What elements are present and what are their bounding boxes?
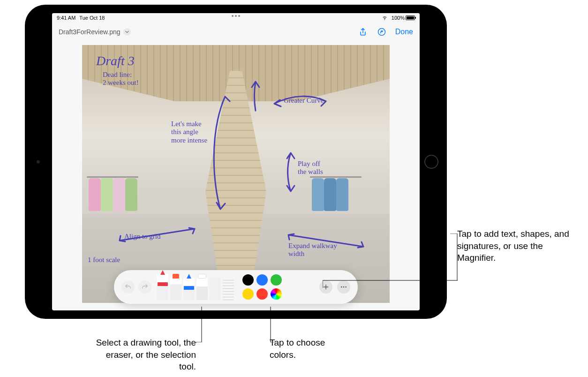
callout-tools: Select a drawing tool, the eraser, or th… bbox=[88, 337, 196, 373]
callout-add-leader-v bbox=[450, 234, 460, 280]
color-black[interactable] bbox=[242, 274, 254, 286]
share-icon[interactable] bbox=[358, 27, 368, 37]
battery-pct: 100% bbox=[392, 15, 405, 21]
callout-tools-leader bbox=[196, 307, 215, 342]
ruler-tool[interactable] bbox=[223, 278, 234, 300]
annotation-deadline: Dead line: 2 weeks out! bbox=[103, 71, 139, 87]
markup-icon[interactable] bbox=[377, 27, 387, 37]
chevron-down-icon bbox=[123, 28, 131, 36]
callout-add-leader bbox=[323, 279, 459, 289]
arrow-curve bbox=[270, 92, 331, 111]
lasso-tool[interactable] bbox=[210, 278, 221, 300]
callout-tools-line bbox=[196, 342, 196, 343]
camera-dot bbox=[37, 160, 40, 164]
filename-label: Draft3ForReview.png bbox=[59, 28, 121, 36]
callout-colors-leader bbox=[270, 307, 288, 342]
nav-bar: Draft3ForReview.png Done bbox=[52, 23, 420, 41]
color-green[interactable] bbox=[271, 274, 282, 286]
color-palette bbox=[242, 274, 282, 300]
done-button[interactable]: Done bbox=[395, 28, 413, 36]
color-red[interactable] bbox=[256, 288, 268, 300]
drawing-tools bbox=[155, 274, 236, 300]
status-bar: 9:41 AM Tue Oct 18 100% bbox=[52, 13, 420, 23]
pencil-tool[interactable] bbox=[183, 278, 195, 300]
markup-canvas[interactable]: Draft 3 Dead line: 2 weeks out! Let's ma… bbox=[82, 45, 390, 303]
redo-button[interactable] bbox=[138, 280, 151, 294]
color-picker[interactable] bbox=[271, 288, 282, 300]
arrow-walls bbox=[279, 148, 302, 195]
color-yellow[interactable] bbox=[242, 288, 254, 300]
annotation-title: Draft 3 bbox=[96, 53, 135, 68]
wifi-icon bbox=[382, 15, 388, 22]
eraser-tool[interactable] bbox=[196, 278, 208, 300]
home-button[interactable] bbox=[424, 155, 438, 169]
arrow-up bbox=[241, 78, 270, 115]
battery-indicator: 100% bbox=[392, 15, 415, 21]
multitask-dots[interactable] bbox=[232, 15, 240, 17]
ipad-frame: 9:41 AM Tue Oct 18 100% Draft3ForReview.… bbox=[25, 5, 447, 319]
arrow-angle bbox=[199, 92, 237, 214]
arrow-align bbox=[115, 224, 199, 248]
screen: 9:41 AM Tue Oct 18 100% Draft3ForReview.… bbox=[52, 13, 420, 310]
annotation-scale: 1 foot scale bbox=[88, 256, 120, 264]
color-blue[interactable] bbox=[256, 274, 268, 286]
pen-tool[interactable] bbox=[157, 274, 168, 300]
status-time: 9:41 AM bbox=[57, 15, 75, 21]
document-title[interactable]: Draft3ForReview.png bbox=[59, 28, 131, 36]
markup-toolbar bbox=[114, 270, 358, 304]
callout-add: Tap to add text, shapes, and signatures,… bbox=[457, 228, 574, 264]
status-date: Tue Oct 18 bbox=[79, 15, 105, 21]
undo-button[interactable] bbox=[121, 280, 135, 294]
marker-tool[interactable] bbox=[170, 278, 181, 300]
arrow-walkway bbox=[284, 230, 368, 254]
